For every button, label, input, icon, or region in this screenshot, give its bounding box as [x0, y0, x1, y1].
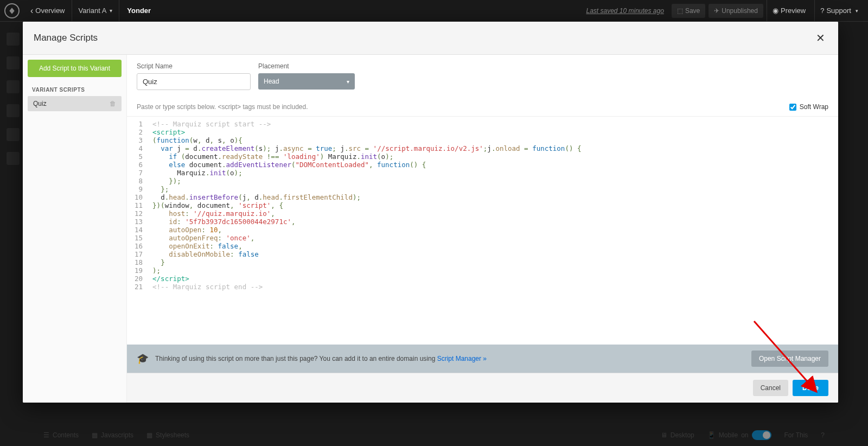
paste-hint: Paste or type scripts below. <script> ta… — [137, 103, 308, 111]
modal-sidebar: Add Script to this Variant VARIANT SCRIP… — [23, 55, 127, 403]
preview-link[interactable]: ◉Preview — [767, 0, 811, 22]
modal-main: Script Name Placement Head Paste or type… — [127, 55, 838, 403]
info-text: Thinking of using this script on more th… — [155, 355, 487, 362]
graduation-cap-icon: 🎓 — [137, 353, 149, 365]
code-gutter: 123456789101112131415161718192021 — [127, 117, 147, 345]
last-saved-text: Last saved 10 minutes ago — [586, 7, 663, 15]
mobile-toggle[interactable] — [752, 430, 771, 440]
bg-left-rail — [0, 33, 26, 165]
bg-javascripts[interactable]: ▦ Javascripts — [92, 431, 133, 439]
cancel-button[interactable]: Cancel — [753, 380, 788, 396]
bg-desktop[interactable]: 🖥 Desktop — [661, 431, 694, 439]
bg-mobile[interactable]: 📱 Mobile on — [707, 430, 771, 440]
close-icon[interactable]: ✕ — [814, 29, 827, 47]
script-item-name: Quiz — [33, 100, 47, 107]
bg-stylesheets[interactable]: ▦ Stylesheets — [146, 431, 189, 439]
done-button[interactable]: Done — [793, 380, 828, 396]
add-script-button[interactable]: Add Script to this Variant — [28, 60, 122, 77]
script-name-label: Script Name — [137, 62, 251, 70]
unpublished-button[interactable]: ✈Unpublished — [709, 4, 763, 18]
info-bar: 🎓 Thinking of using this script on more … — [127, 345, 838, 373]
placement-select[interactable]: Head — [258, 73, 355, 90]
script-name-input[interactable] — [137, 73, 251, 90]
app-logo-icon[interactable] — [4, 3, 20, 18]
bg-help-icon[interactable]: ? — [821, 431, 825, 439]
script-list-item[interactable]: Quiz 🗑 — [28, 96, 122, 111]
sidebar-section-title: VARIANT SCRIPTS — [28, 84, 122, 96]
support-link[interactable]: ?Support▾ — [814, 0, 864, 22]
trash-icon[interactable]: 🗑 — [110, 100, 116, 107]
bg-contents[interactable]: ☰ Contents — [43, 431, 79, 439]
open-script-manager-button[interactable]: Open Script Manager — [751, 351, 828, 367]
modal-header: Manage Scripts ✕ — [23, 22, 838, 55]
variant-selector[interactable]: Variant A — [72, 0, 120, 22]
modal-title: Manage Scripts — [34, 33, 98, 43]
top-toolbar: Overview Variant A Yonder Last saved 10 … — [0, 0, 868, 22]
softwrap-checkbox[interactable] — [789, 104, 796, 111]
bg-for-this: For This — [784, 431, 808, 439]
bg-bottom-bar: ☰ Contents ▦ Javascripts ▦ Stylesheets 🖥… — [0, 424, 868, 446]
code-content[interactable]: <!-- Marquiz script start --> <script> (… — [147, 117, 838, 345]
overview-link[interactable]: Overview — [24, 0, 72, 22]
save-button[interactable]: ⬚Save — [672, 4, 705, 18]
manage-scripts-modal: Manage Scripts ✕ Add Script to this Vari… — [23, 22, 838, 403]
page-title: Yonder — [119, 7, 158, 15]
softwrap-toggle[interactable]: Soft Wrap — [789, 103, 828, 111]
code-editor[interactable]: 123456789101112131415161718192021 <!-- M… — [127, 117, 838, 345]
placement-label: Placement — [258, 62, 355, 70]
modal-footer: Cancel Done — [127, 373, 838, 403]
script-manager-link[interactable]: Script Manager » — [437, 355, 487, 362]
